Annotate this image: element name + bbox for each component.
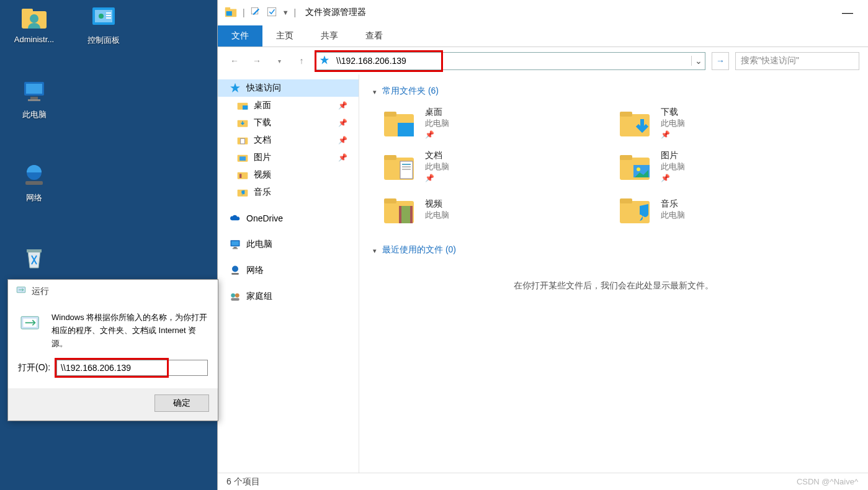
svg-rect-22 bbox=[243, 105, 248, 110]
qat-checkbox-icon[interactable] bbox=[266, 6, 277, 19]
onedrive-icon bbox=[229, 212, 241, 225]
folder-documents[interactable]: 文档此电脑📌 bbox=[382, 149, 593, 184]
chevron-down-icon bbox=[373, 86, 378, 96]
sidebar-item-desktop[interactable]: 桌面📌 bbox=[218, 97, 359, 114]
svg-point-5 bbox=[99, 14, 104, 19]
file-explorer-window: | ▼ | 文件资源管理器 — 文件 主页 共享 查看 ← → ▾ ↑ ⌄ → … bbox=[217, 0, 868, 490]
tab-file[interactable]: 文件 bbox=[218, 25, 262, 47]
pc-icon bbox=[229, 238, 241, 251]
svg-rect-41 bbox=[384, 112, 396, 117]
svg-rect-61 bbox=[620, 198, 632, 203]
run-app-icon bbox=[16, 285, 27, 298]
svg-rect-44 bbox=[620, 112, 632, 117]
pin-icon: 📌 bbox=[338, 101, 347, 110]
up-button[interactable]: ↑ bbox=[293, 53, 310, 69]
svg-rect-50 bbox=[402, 169, 411, 170]
back-button[interactable]: ← bbox=[226, 53, 243, 69]
address-bar[interactable]: ⌄ bbox=[316, 52, 705, 70]
desktop-icon-user[interactable]: Administr... bbox=[6, 2, 62, 44]
run-open-label: 打开(O): bbox=[18, 362, 50, 373]
svg-point-2 bbox=[30, 14, 38, 23]
empty-recent-text: 在你打开某些文件后，我们会在此处显示最新文件。 bbox=[373, 280, 854, 292]
folder-icon bbox=[236, 169, 249, 181]
recent-dropdown[interactable]: ▾ bbox=[271, 53, 287, 69]
control-panel-icon bbox=[89, 2, 119, 32]
section-recent-files[interactable]: 最近使用的文件 (0) bbox=[373, 244, 854, 256]
run-input[interactable] bbox=[56, 360, 208, 376]
svg-rect-28 bbox=[238, 172, 248, 179]
window-title: 文件资源管理器 bbox=[305, 7, 366, 18]
minimize-button[interactable]: — bbox=[833, 6, 862, 19]
sidebar-network[interactable]: 网络 bbox=[218, 262, 359, 279]
svg-rect-48 bbox=[402, 164, 411, 165]
svg-rect-6 bbox=[106, 12, 111, 14]
desktop-icon-label: 此电脑 bbox=[6, 109, 62, 120]
folder-pictures[interactable]: 图片此电脑📌 bbox=[617, 149, 828, 184]
tab-share[interactable]: 共享 bbox=[307, 25, 352, 47]
sidebar-item-pictures[interactable]: 图片📌 bbox=[218, 149, 359, 166]
desktop-icon-network[interactable]: 网络 bbox=[6, 160, 62, 203]
folder-icon bbox=[236, 134, 249, 146]
svg-rect-20 bbox=[267, 7, 276, 16]
folder-icon bbox=[617, 149, 652, 184]
desktop-icon-this-pc[interactable]: 此电脑 bbox=[6, 77, 62, 120]
sidebar-item-music[interactable]: 音乐 bbox=[218, 184, 359, 201]
desktop-icon-label: Administr... bbox=[6, 35, 62, 44]
address-input[interactable] bbox=[335, 53, 691, 69]
svg-rect-7 bbox=[106, 15, 111, 16]
svg-rect-11 bbox=[30, 97, 38, 99]
folder-music[interactable]: 音乐此电脑 bbox=[617, 192, 828, 227]
tab-view[interactable]: 查看 bbox=[352, 25, 396, 47]
svg-rect-17 bbox=[225, 7, 230, 10]
qat-properties-icon[interactable] bbox=[250, 6, 261, 19]
svg-point-35 bbox=[232, 266, 238, 272]
nav-pane: 快速访问 桌面📌 下载📌 文档📌 图片📌 视频 音乐 OneDrive 此电脑 … bbox=[218, 74, 359, 473]
desktop-icon-recycle-bin[interactable] bbox=[6, 243, 62, 275]
sidebar-homegroup[interactable]: 家庭组 bbox=[218, 288, 359, 305]
search-box[interactable]: 搜索"快速访问" bbox=[735, 52, 859, 70]
svg-rect-18 bbox=[226, 11, 232, 16]
ok-button[interactable]: 确定 bbox=[154, 394, 209, 412]
sidebar-item-downloads[interactable]: 下载📌 bbox=[218, 114, 359, 131]
folder-icon bbox=[236, 186, 249, 198]
network-icon bbox=[19, 160, 49, 190]
pc-icon bbox=[19, 77, 49, 107]
titlebar[interactable]: | ▼ | 文件资源管理器 — bbox=[218, 0, 868, 25]
sidebar-quick-access[interactable]: 快速访问 bbox=[218, 79, 359, 97]
svg-rect-34 bbox=[233, 248, 238, 249]
svg-rect-42 bbox=[398, 123, 414, 136]
svg-rect-29 bbox=[239, 174, 241, 178]
address-dropdown-icon[interactable]: ⌄ bbox=[691, 56, 705, 66]
content-pane: 常用文件夹 (6) 桌面此电脑📌 下载此电脑📌 文档此电脑📌 图片此电脑📌 视频… bbox=[359, 74, 868, 473]
folder-desktop[interactable]: 桌面此电脑📌 bbox=[382, 105, 593, 140]
quick-access-toolbar: | ▼ | bbox=[224, 5, 296, 20]
desktop-icon-label: 网络 bbox=[6, 192, 62, 203]
recycle-bin-icon bbox=[19, 243, 49, 273]
folder-icon bbox=[236, 99, 249, 112]
folder-icon bbox=[382, 192, 416, 227]
homegroup-icon bbox=[229, 290, 241, 303]
run-titlebar[interactable]: 运行 bbox=[8, 280, 218, 303]
svg-rect-10 bbox=[26, 84, 42, 94]
svg-rect-56 bbox=[384, 198, 396, 203]
svg-rect-27 bbox=[239, 156, 246, 161]
tab-home[interactable]: 主页 bbox=[262, 25, 307, 47]
go-button[interactable]: → bbox=[712, 52, 729, 70]
desktop-icon-control-panel[interactable]: 控制面板 bbox=[76, 2, 132, 46]
svg-rect-52 bbox=[620, 155, 632, 160]
pin-icon: 📌 bbox=[338, 153, 347, 162]
pin-icon: 📌 bbox=[338, 136, 347, 145]
forward-button[interactable]: → bbox=[249, 53, 265, 69]
folder-videos[interactable]: 视频此电脑 bbox=[382, 192, 593, 227]
folder-icon bbox=[236, 117, 249, 129]
sidebar-item-documents[interactable]: 文档📌 bbox=[218, 131, 359, 149]
sidebar-this-pc[interactable]: 此电脑 bbox=[218, 236, 359, 253]
svg-rect-39 bbox=[231, 298, 239, 301]
folder-downloads[interactable]: 下载此电脑📌 bbox=[617, 105, 828, 140]
sidebar-item-videos[interactable]: 视频 bbox=[218, 166, 359, 184]
sidebar-onedrive[interactable]: OneDrive bbox=[218, 210, 359, 227]
user-folder-icon bbox=[19, 2, 49, 32]
explorer-body: 快速访问 桌面📌 下载📌 文档📌 图片📌 视频 音乐 OneDrive 此电脑 … bbox=[218, 74, 868, 473]
qat-dropdown-icon[interactable]: ▼ bbox=[282, 9, 289, 16]
section-frequent-folders[interactable]: 常用文件夹 (6) bbox=[373, 86, 854, 97]
